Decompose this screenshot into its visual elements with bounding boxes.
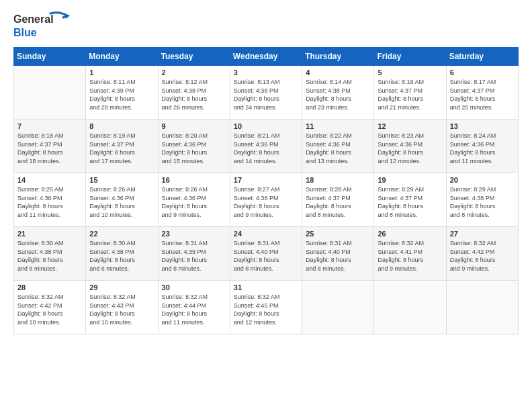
day-number: 4 — [306, 68, 370, 77]
day-number: 9 — [162, 122, 226, 130]
cell-content: Sunrise: 8:21 AM Sunset: 4:36 PM Dayligh… — [234, 132, 298, 165]
cell-content: Sunrise: 8:29 AM Sunset: 4:38 PM Dayligh… — [450, 185, 515, 219]
calendar-cell: 14Sunrise: 8:25 AM Sunset: 4:36 PM Dayli… — [14, 173, 86, 227]
header-day-wednesday: Wednesday — [230, 48, 302, 66]
header: GeneralBlue — [13, 11, 519, 40]
day-number: 7 — [17, 122, 82, 130]
calendar-cell: 2Sunrise: 8:12 AM Sunset: 4:38 PM Daylig… — [158, 66, 230, 120]
calendar-cell — [14, 66, 86, 120]
calendar-cell: 22Sunrise: 8:30 AM Sunset: 4:38 PM Dayli… — [86, 227, 158, 281]
calendar-cell: 29Sunrise: 8:32 AM Sunset: 4:43 PM Dayli… — [86, 281, 158, 334]
cell-content: Sunrise: 8:28 AM Sunset: 4:37 PM Dayligh… — [306, 185, 370, 219]
day-number: 6 — [450, 68, 515, 77]
calendar-cell: 21Sunrise: 8:30 AM Sunset: 4:38 PM Dayli… — [14, 227, 86, 281]
calendar-cell: 5Sunrise: 8:16 AM Sunset: 4:37 PM Daylig… — [374, 66, 446, 120]
day-number: 20 — [450, 176, 515, 184]
day-number: 24 — [234, 230, 298, 238]
day-number: 15 — [89, 176, 154, 184]
cell-content: Sunrise: 8:32 AM Sunset: 4:42 PM Dayligh… — [450, 239, 515, 273]
cell-content: Sunrise: 8:26 AM Sunset: 4:36 PM Dayligh… — [89, 185, 154, 219]
calendar-cell: 23Sunrise: 8:31 AM Sunset: 4:39 PM Dayli… — [158, 227, 230, 281]
svg-text:General: General — [13, 13, 54, 25]
cell-content: Sunrise: 8:32 AM Sunset: 4:43 PM Dayligh… — [89, 293, 154, 326]
calendar-cell: 18Sunrise: 8:28 AM Sunset: 4:37 PM Dayli… — [302, 173, 374, 227]
cell-content: Sunrise: 8:32 AM Sunset: 4:45 PM Dayligh… — [234, 293, 298, 326]
calendar-cell: 4Sunrise: 8:14 AM Sunset: 4:38 PM Daylig… — [302, 66, 374, 120]
logo-icon: GeneralBlue — [13, 11, 74, 40]
day-number: 11 — [306, 122, 370, 130]
cell-content: Sunrise: 8:29 AM Sunset: 4:37 PM Dayligh… — [378, 185, 442, 219]
day-number: 30 — [162, 283, 226, 291]
calendar-cell: 17Sunrise: 8:27 AM Sunset: 4:36 PM Dayli… — [230, 173, 302, 227]
cell-content: Sunrise: 8:31 AM Sunset: 4:39 PM Dayligh… — [162, 239, 226, 273]
calendar-cell: 11Sunrise: 8:22 AM Sunset: 4:36 PM Dayli… — [302, 120, 374, 173]
calendar-cell: 30Sunrise: 8:32 AM Sunset: 4:44 PM Dayli… — [158, 281, 230, 334]
day-number: 1 — [89, 68, 154, 77]
header-day-friday: Friday — [374, 48, 446, 66]
cell-content: Sunrise: 8:11 AM Sunset: 4:39 PM Dayligh… — [89, 78, 154, 111]
calendar-cell: 28Sunrise: 8:32 AM Sunset: 4:42 PM Dayli… — [14, 281, 86, 334]
calendar-cell: 24Sunrise: 8:31 AM Sunset: 4:40 PM Dayli… — [230, 227, 302, 281]
cell-content: Sunrise: 8:22 AM Sunset: 4:36 PM Dayligh… — [306, 132, 370, 165]
calendar-cell: 12Sunrise: 8:23 AM Sunset: 4:36 PM Dayli… — [374, 120, 446, 173]
svg-text:Blue: Blue — [13, 27, 37, 38]
cell-content: Sunrise: 8:31 AM Sunset: 4:40 PM Dayligh… — [234, 239, 298, 273]
week-row-4: 28Sunrise: 8:32 AM Sunset: 4:42 PM Dayli… — [14, 281, 519, 334]
logo: GeneralBlue — [13, 11, 74, 40]
calendar-cell: 3Sunrise: 8:13 AM Sunset: 4:38 PM Daylig… — [230, 66, 302, 120]
cell-content: Sunrise: 8:20 AM Sunset: 4:36 PM Dayligh… — [162, 132, 226, 165]
cell-content: Sunrise: 8:25 AM Sunset: 4:36 PM Dayligh… — [17, 185, 82, 219]
cell-content: Sunrise: 8:17 AM Sunset: 4:37 PM Dayligh… — [450, 78, 515, 111]
day-number: 28 — [17, 283, 82, 291]
day-number: 22 — [89, 230, 154, 238]
cell-content: Sunrise: 8:27 AM Sunset: 4:36 PM Dayligh… — [234, 185, 298, 219]
day-number: 16 — [162, 176, 226, 184]
cell-content: Sunrise: 8:32 AM Sunset: 4:41 PM Dayligh… — [378, 239, 442, 273]
day-number: 26 — [378, 230, 442, 238]
cell-content: Sunrise: 8:32 AM Sunset: 4:44 PM Dayligh… — [162, 293, 226, 326]
day-number: 18 — [306, 176, 370, 184]
calendar-cell: 10Sunrise: 8:21 AM Sunset: 4:36 PM Dayli… — [230, 120, 302, 173]
cell-content: Sunrise: 8:13 AM Sunset: 4:38 PM Dayligh… — [234, 78, 298, 111]
day-number: 21 — [17, 230, 82, 238]
day-number: 14 — [17, 176, 82, 184]
calendar-cell: 7Sunrise: 8:18 AM Sunset: 4:37 PM Daylig… — [14, 120, 86, 173]
cell-content: Sunrise: 8:12 AM Sunset: 4:38 PM Dayligh… — [162, 78, 226, 111]
cell-content: Sunrise: 8:24 AM Sunset: 4:36 PM Dayligh… — [450, 132, 515, 165]
calendar-cell: 16Sunrise: 8:26 AM Sunset: 4:36 PM Dayli… — [158, 173, 230, 227]
cell-content: Sunrise: 8:16 AM Sunset: 4:37 PM Dayligh… — [378, 78, 442, 111]
day-number: 5 — [378, 68, 442, 77]
cell-content: Sunrise: 8:19 AM Sunset: 4:37 PM Dayligh… — [89, 132, 154, 165]
calendar-cell: 25Sunrise: 8:31 AM Sunset: 4:40 PM Dayli… — [302, 227, 374, 281]
day-number: 25 — [306, 230, 370, 238]
calendar-cell — [374, 281, 446, 334]
svg-marker-1 — [64, 13, 70, 19]
day-number: 31 — [234, 283, 298, 291]
calendar-cell: 13Sunrise: 8:24 AM Sunset: 4:36 PM Dayli… — [446, 120, 518, 173]
week-row-1: 7Sunrise: 8:18 AM Sunset: 4:37 PM Daylig… — [14, 120, 519, 173]
day-number: 3 — [234, 68, 298, 77]
cell-content: Sunrise: 8:23 AM Sunset: 4:36 PM Dayligh… — [378, 132, 442, 165]
day-number: 12 — [378, 122, 442, 130]
header-day-tuesday: Tuesday — [158, 48, 230, 66]
calendar-cell: 15Sunrise: 8:26 AM Sunset: 4:36 PM Dayli… — [86, 173, 158, 227]
day-number: 27 — [450, 230, 515, 238]
cell-content: Sunrise: 8:30 AM Sunset: 4:38 PM Dayligh… — [89, 239, 154, 273]
calendar-cell: 6Sunrise: 8:17 AM Sunset: 4:37 PM Daylig… — [446, 66, 518, 120]
week-row-3: 21Sunrise: 8:30 AM Sunset: 4:38 PM Dayli… — [14, 227, 519, 281]
calendar-cell: 27Sunrise: 8:32 AM Sunset: 4:42 PM Dayli… — [446, 227, 518, 281]
day-number: 13 — [450, 122, 515, 130]
week-row-0: 1Sunrise: 8:11 AM Sunset: 4:39 PM Daylig… — [14, 66, 519, 120]
calendar-cell: 31Sunrise: 8:32 AM Sunset: 4:45 PM Dayli… — [230, 281, 302, 334]
calendar-cell — [446, 281, 518, 334]
calendar-cell — [302, 281, 374, 334]
day-number: 10 — [234, 122, 298, 130]
day-number: 29 — [89, 283, 154, 291]
cell-content: Sunrise: 8:14 AM Sunset: 4:38 PM Dayligh… — [306, 78, 370, 111]
cell-content: Sunrise: 8:32 AM Sunset: 4:42 PM Dayligh… — [17, 293, 82, 326]
header-day-thursday: Thursday — [302, 48, 374, 66]
header-day-monday: Monday — [86, 48, 158, 66]
cell-content: Sunrise: 8:31 AM Sunset: 4:40 PM Dayligh… — [306, 239, 370, 273]
calendar-cell: 20Sunrise: 8:29 AM Sunset: 4:38 PM Dayli… — [446, 173, 518, 227]
cell-content: Sunrise: 8:26 AM Sunset: 4:36 PM Dayligh… — [162, 185, 226, 219]
